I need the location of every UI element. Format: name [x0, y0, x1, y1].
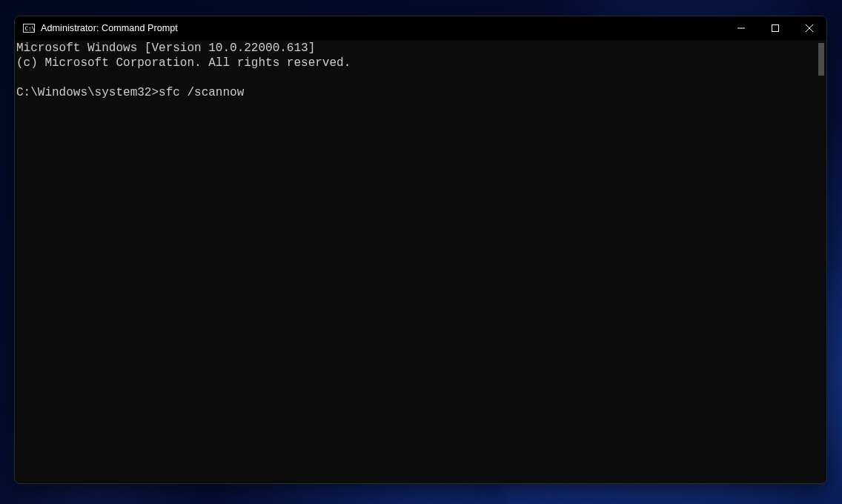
command-input[interactable]: sfc /scannow	[159, 86, 244, 99]
svg-rect-3	[772, 25, 779, 32]
cmd-icon: C:\	[23, 22, 35, 34]
titlebar[interactable]: C:\ Administrator: Command Prompt	[15, 16, 826, 40]
copyright-line: (c) Microsoft Corporation. All rights re…	[16, 56, 351, 70]
minimize-button[interactable]	[724, 16, 758, 40]
window-controls	[724, 16, 826, 40]
svg-text:C:\: C:\	[25, 25, 36, 32]
terminal-body[interactable]: Microsoft Windows [Version 10.0.22000.61…	[15, 40, 826, 483]
version-line: Microsoft Windows [Version 10.0.22000.61…	[16, 42, 315, 55]
close-button[interactable]	[792, 16, 826, 40]
scrollbar-thumb[interactable]	[818, 43, 824, 76]
maximize-button[interactable]	[758, 16, 792, 40]
terminal-output: Microsoft Windows [Version 10.0.22000.61…	[15, 40, 817, 483]
window-title: Administrator: Command Prompt	[41, 23, 724, 33]
prompt: C:\Windows\system32>	[16, 86, 159, 99]
vertical-scrollbar[interactable]	[817, 40, 826, 483]
command-prompt-window: C:\ Administrator: Command Prompt Micros…	[14, 16, 827, 484]
